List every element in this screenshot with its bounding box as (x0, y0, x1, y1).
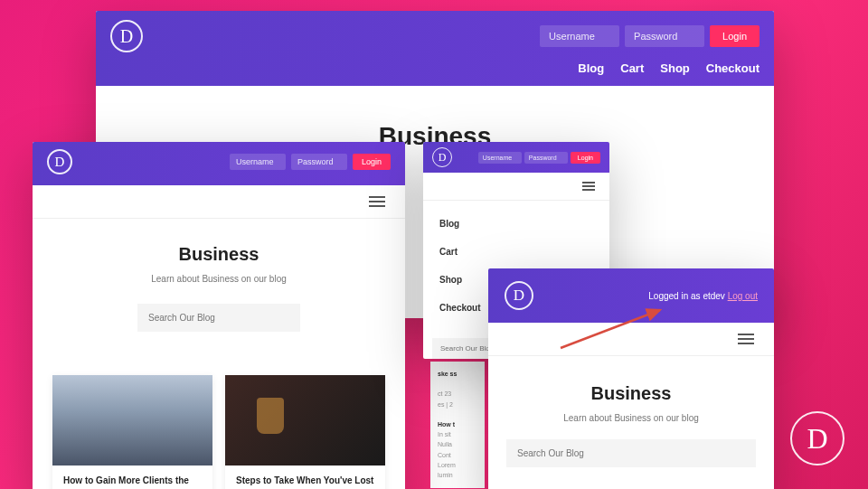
header: D Logged in as etdev Log out (488, 268, 774, 323)
watermark-logo: D (790, 411, 844, 465)
nav-cart[interactable]: Cart (620, 61, 644, 75)
logo[interactable]: D (110, 20, 143, 52)
logo[interactable]: D (47, 149, 72, 174)
logo[interactable]: D (505, 281, 533, 310)
tablet-view: D Login Business Learn about Business on… (33, 142, 405, 489)
header: D Login (33, 142, 405, 185)
menu-item-blog[interactable]: Blog (439, 210, 593, 238)
subnav (488, 323, 774, 356)
logged-in-status: Logged in as etdev Log out (648, 291, 758, 301)
card[interactable]: Steps to Take When You've Lost Your Data (225, 375, 385, 489)
hamburger-icon[interactable] (363, 191, 391, 212)
page-subtitle: Learn about Business on our blog (51, 274, 387, 284)
cards: How to Gain More Clients the Right Way S… (33, 375, 405, 489)
username-input[interactable] (540, 25, 619, 47)
nav-shop[interactable]: Shop (660, 61, 690, 75)
username-input[interactable] (230, 154, 286, 170)
content: Business Learn about Business on our blo… (488, 356, 774, 478)
search-input[interactable] (137, 304, 300, 332)
content: Business Learn about Business on our blo… (33, 219, 405, 357)
card-image (225, 375, 385, 465)
logout-link[interactable]: Log out (728, 291, 758, 301)
page-title: Business (51, 244, 387, 265)
username: etdev (703, 291, 724, 301)
hamburger-icon[interactable] (577, 176, 600, 196)
card[interactable]: How to Gain More Clients the Right Way (52, 375, 212, 489)
subnav (423, 173, 609, 201)
subnav (33, 185, 405, 219)
nav-blog[interactable]: Blog (578, 61, 604, 75)
page-title: Business (506, 383, 756, 404)
main-nav: Blog Cart Shop Checkout (96, 61, 774, 86)
card-image (52, 375, 212, 465)
auth-form: Login (540, 25, 760, 47)
password-input[interactable] (625, 25, 704, 47)
auth-form: Login (230, 154, 391, 170)
logged-prefix: Logged in as (648, 291, 703, 301)
peek-text: ske ss ct 23 es | 2 How t In sit Nulla C… (430, 362, 485, 488)
password-input[interactable] (291, 154, 347, 170)
menu-item-cart[interactable]: Cart (439, 238, 593, 266)
password-input[interactable] (524, 152, 568, 164)
username-input[interactable] (478, 152, 522, 164)
login-button[interactable]: Login (353, 154, 391, 170)
auth-form: Login (478, 152, 600, 164)
header: D Login (96, 11, 774, 61)
page-subtitle: Learn about Business on our blog (506, 413, 756, 423)
login-button[interactable]: Login (710, 25, 760, 47)
nav-checkout[interactable]: Checkout (706, 61, 760, 75)
search-input[interactable] (506, 439, 756, 467)
hamburger-icon[interactable] (732, 328, 760, 350)
card-title: Steps to Take When You've Lost Your Data (225, 465, 385, 489)
login-button[interactable]: Login (571, 152, 600, 164)
logo[interactable]: D (432, 147, 452, 167)
header: D Login (423, 142, 609, 173)
mobile-logged-in: D Logged in as etdev Log out Business Le… (488, 268, 774, 489)
card-title: How to Gain More Clients the Right Way (52, 465, 212, 489)
